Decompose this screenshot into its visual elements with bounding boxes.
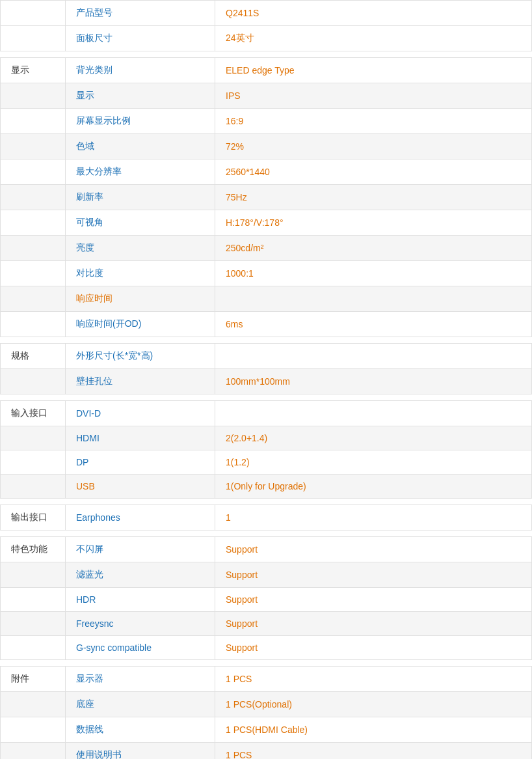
table-row: 底座1 PCS(Optional) bbox=[1, 692, 532, 717]
table-row: 亮度250cd/m² bbox=[1, 236, 532, 261]
value-cell: 1 PCS(Optional) bbox=[215, 692, 532, 717]
category-cell bbox=[1, 26, 66, 51]
label-cell: 数据线 bbox=[66, 717, 215, 743]
category-cell bbox=[1, 692, 66, 717]
label-cell: USB bbox=[66, 475, 215, 499]
table-row: 刷新率75Hz bbox=[1, 185, 532, 210]
label-cell: 屏幕显示比例 bbox=[66, 109, 215, 134]
label-cell: 不闪屏 bbox=[66, 537, 215, 562]
label-cell: Earphones bbox=[66, 505, 215, 531]
table-row: 面板尺寸24英寸 bbox=[1, 26, 532, 51]
value-cell: 1 PCS bbox=[215, 743, 532, 760]
value-cell: 16:9 bbox=[215, 109, 532, 134]
value-cell: 6ms bbox=[215, 312, 532, 337]
label-cell: 使用说明书 bbox=[66, 743, 215, 760]
value-cell: 2(2.0+1.4) bbox=[215, 426, 532, 450]
label-cell: 外形尺寸(长*宽*高) bbox=[66, 344, 215, 369]
table-row: HDRSupport bbox=[1, 588, 532, 612]
table-row: USB1(Only for Upgrade) bbox=[1, 475, 532, 499]
value-cell: Q2411S bbox=[215, 1, 532, 26]
value-cell: Support bbox=[215, 636, 532, 660]
value-cell: 1(1.2) bbox=[215, 450, 532, 475]
category-cell bbox=[1, 261, 66, 286]
label-cell: 背光类别 bbox=[66, 58, 215, 83]
category-cell bbox=[1, 185, 66, 210]
table-row: G-sync compatibleSupport bbox=[1, 636, 532, 660]
value-cell: 2560*1440 bbox=[215, 159, 532, 185]
category-cell bbox=[1, 369, 66, 394]
category-cell bbox=[1, 83, 66, 109]
label-cell: DP bbox=[66, 450, 215, 475]
value-cell bbox=[215, 344, 532, 369]
value-cell: 1 PCS bbox=[215, 667, 532, 692]
value-cell: 1 bbox=[215, 505, 532, 531]
spec-table: 产品型号Q2411S面板尺寸24英寸显示背光类别ELED edge Type显示… bbox=[0, 0, 532, 759]
value-cell: 24英寸 bbox=[215, 26, 532, 51]
category-cell: 输入接口 bbox=[1, 401, 66, 426]
category-cell bbox=[1, 286, 66, 312]
label-cell: 壁挂孔位 bbox=[66, 369, 215, 394]
table-row: 对比度1000:1 bbox=[1, 261, 532, 286]
value-cell: 1 PCS(HDMI Cable) bbox=[215, 717, 532, 743]
table-row: FreeysncSupport bbox=[1, 612, 532, 636]
category-cell bbox=[1, 612, 66, 636]
value-cell: ELED edge Type bbox=[215, 58, 532, 83]
table-row: 数据线1 PCS(HDMI Cable) bbox=[1, 717, 532, 743]
label-cell: 刷新率 bbox=[66, 185, 215, 210]
label-cell: 对比度 bbox=[66, 261, 215, 286]
value-cell bbox=[215, 401, 532, 426]
table-row: 可视角H:178°/V:178° bbox=[1, 210, 532, 236]
value-cell: 1(Only for Upgrade) bbox=[215, 475, 532, 499]
category-cell: 显示 bbox=[1, 58, 66, 83]
label-cell: 显示器 bbox=[66, 667, 215, 692]
category-cell bbox=[1, 426, 66, 450]
category-cell bbox=[1, 134, 66, 159]
category-cell bbox=[1, 312, 66, 337]
value-cell: Support bbox=[215, 612, 532, 636]
category-cell: 输出接口 bbox=[1, 505, 66, 531]
category-cell bbox=[1, 109, 66, 134]
category-cell bbox=[1, 562, 66, 588]
label-cell: 底座 bbox=[66, 692, 215, 717]
label-cell: HDMI bbox=[66, 426, 215, 450]
table-row: 最大分辨率2560*1440 bbox=[1, 159, 532, 185]
category-cell bbox=[1, 743, 66, 760]
label-cell: 可视角 bbox=[66, 210, 215, 236]
category-cell bbox=[1, 588, 66, 612]
label-cell: 最大分辨率 bbox=[66, 159, 215, 185]
table-row: 壁挂孔位100mm*100mm bbox=[1, 369, 532, 394]
label-cell: 产品型号 bbox=[66, 1, 215, 26]
category-cell bbox=[1, 1, 66, 26]
table-row: 滤蓝光Support bbox=[1, 562, 532, 588]
label-cell: 亮度 bbox=[66, 236, 215, 261]
label-cell: HDR bbox=[66, 588, 215, 612]
table-row: 输入接口DVI-D bbox=[1, 401, 532, 426]
value-cell: 100mm*100mm bbox=[215, 369, 532, 394]
table-row: DP1(1.2) bbox=[1, 450, 532, 475]
category-cell bbox=[1, 236, 66, 261]
value-cell: H:178°/V:178° bbox=[215, 210, 532, 236]
value-cell bbox=[215, 286, 532, 312]
label-cell: 面板尺寸 bbox=[66, 26, 215, 51]
table-row: 屏幕显示比例16:9 bbox=[1, 109, 532, 134]
value-cell: Support bbox=[215, 588, 532, 612]
label-cell: G-sync compatible bbox=[66, 636, 215, 660]
table-row: 附件显示器1 PCS bbox=[1, 667, 532, 692]
value-cell: 1000:1 bbox=[215, 261, 532, 286]
table-row: 特色功能不闪屏Support bbox=[1, 537, 532, 562]
label-cell: Freeysnc bbox=[66, 612, 215, 636]
value-cell: 72% bbox=[215, 134, 532, 159]
table-row: 输出接口Earphones1 bbox=[1, 505, 532, 531]
category-cell bbox=[1, 475, 66, 499]
table-row: 显示背光类别ELED edge Type bbox=[1, 58, 532, 83]
label-cell: 滤蓝光 bbox=[66, 562, 215, 588]
label-cell: 显示 bbox=[66, 83, 215, 109]
value-cell: 250cd/m² bbox=[215, 236, 532, 261]
table-row: 显示IPS bbox=[1, 83, 532, 109]
value-cell: Support bbox=[215, 537, 532, 562]
category-cell: 特色功能 bbox=[1, 537, 66, 562]
table-row: 产品型号Q2411S bbox=[1, 1, 532, 26]
label-cell: 响应时间(开OD) bbox=[66, 312, 215, 337]
category-cell bbox=[1, 717, 66, 743]
table-row: 色域72% bbox=[1, 134, 532, 159]
